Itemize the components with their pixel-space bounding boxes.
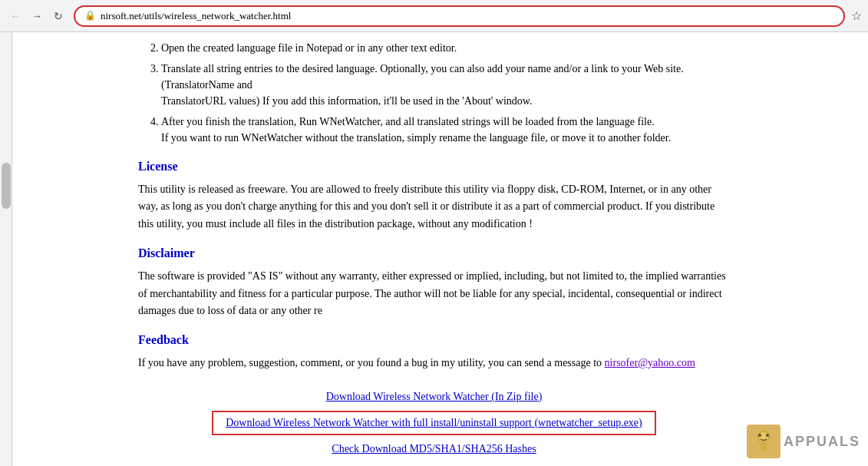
disclaimer-title: Disclaimer xyxy=(138,246,730,260)
address-bar[interactable]: 🔒 nirsoft.net/utils/wireless_network_wat… xyxy=(74,5,845,27)
list-item-text: Open the created language file in Notepa… xyxy=(161,42,457,54)
disclaimer-section: Disclaimer The software is provided "AS … xyxy=(138,246,730,319)
check-hashes-link[interactable]: Check Download MD5/SHA1/SHA256 Hashes xyxy=(332,443,536,455)
lock-icon: 🔒 xyxy=(84,10,96,21)
download-zip-link[interactable]: Download Wireless Network Watcher (In Zi… xyxy=(326,391,543,403)
feedback-email-link[interactable]: nirsofer@yahoo.com xyxy=(605,357,695,369)
feedback-body: If you have any problem, suggestion, com… xyxy=(138,355,730,372)
nav-buttons: ← → ↻ xyxy=(6,7,68,25)
download-installer-box: Download Wireless Network Watcher with f… xyxy=(212,411,656,435)
forward-button[interactable]: → xyxy=(28,7,46,25)
license-title: License xyxy=(138,160,730,174)
list-item-text: After you finish the translation, Run WN… xyxy=(161,116,671,144)
bookmark-button[interactable]: ☆ xyxy=(851,8,862,23)
list-item-text: Translate all string entries to the desi… xyxy=(161,63,684,107)
svg-rect-2 xyxy=(761,443,767,451)
download-installer-link[interactable]: Download Wireless Network Watcher with f… xyxy=(226,417,642,428)
list-item: Open the created language file in Notepa… xyxy=(161,40,730,56)
back-button[interactable]: ← xyxy=(6,7,25,25)
url-text: nirsoft.net/utils/wireless_network_watch… xyxy=(101,10,291,22)
appuals-text: APPUALS xyxy=(784,434,860,450)
feedback-section: Feedback If you have any problem, sugges… xyxy=(138,333,730,372)
address-bar-container: 🔒 nirsoft.net/utils/wireless_network_wat… xyxy=(74,5,862,27)
appuals-icon xyxy=(747,425,781,458)
license-body: This utility is released as freeware. Yo… xyxy=(138,181,730,233)
feedback-title: Feedback xyxy=(138,333,730,347)
download-links-section: Download Wireless Network Watcher (In Zi… xyxy=(138,391,730,455)
feedback-text-prefix: If you have any problem, suggestion, com… xyxy=(138,357,605,369)
list-item: Translate all string entries to the desi… xyxy=(161,61,730,109)
browser-toolbar: ← → ↻ 🔒 nirsoft.net/utils/wireless_netwo… xyxy=(0,0,868,32)
disclaimer-body: The software is provided "AS IS" without… xyxy=(138,268,730,319)
svg-point-4 xyxy=(766,434,769,437)
appuals-logo: APPUALS xyxy=(747,425,860,458)
translation-steps-list: Open the created language file in Notepa… xyxy=(161,40,730,146)
page-content: Open the created language file in Notepa… xyxy=(0,32,868,466)
svg-line-6 xyxy=(764,428,765,430)
reload-button[interactable]: ↻ xyxy=(49,7,68,25)
list-item: After you finish the translation, Run WN… xyxy=(161,114,730,146)
license-section: License This utility is released as free… xyxy=(138,160,730,233)
svg-point-3 xyxy=(758,434,761,437)
